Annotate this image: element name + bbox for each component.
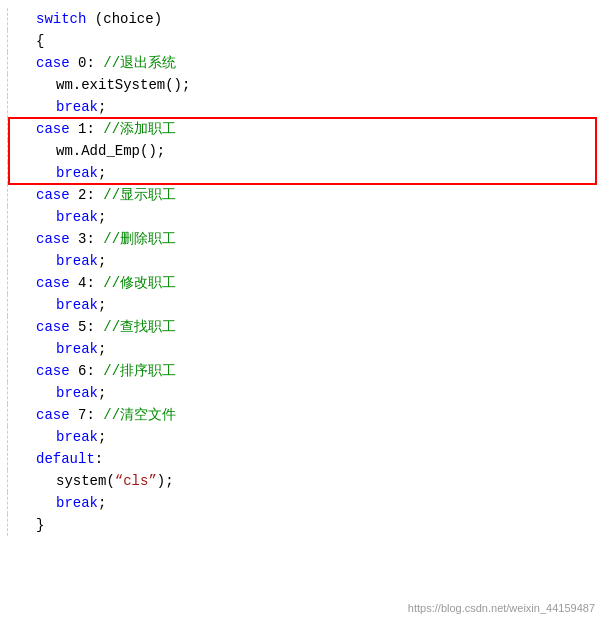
line-text: break; — [16, 206, 595, 228]
code-line: break; — [0, 162, 605, 184]
line-text: break; — [16, 250, 595, 272]
line-gutter — [0, 140, 8, 162]
code-line: case 0: //退出系统 — [0, 52, 605, 74]
line-gutter — [0, 96, 8, 118]
code-line: switch (choice) — [0, 8, 605, 30]
code-line: break; — [0, 294, 605, 316]
line-text: break; — [16, 492, 595, 514]
line-gutter — [0, 426, 8, 448]
code-line: system(“cls”); — [0, 470, 605, 492]
code-line: default: — [0, 448, 605, 470]
code-line: case 1: //添加职工 — [0, 118, 605, 140]
line-gutter — [0, 206, 8, 228]
code-line: case 3: //删除职工 — [0, 228, 605, 250]
code-line: { — [0, 30, 605, 52]
line-text: break; — [16, 294, 595, 316]
line-text: { — [16, 30, 595, 52]
code-line: case 4: //修改职工 — [0, 272, 605, 294]
line-gutter — [0, 8, 8, 30]
line-text: case 1: //添加职工 — [16, 118, 595, 140]
line-text: case 4: //修改职工 — [16, 272, 595, 294]
line-gutter — [0, 74, 8, 96]
line-gutter — [0, 162, 8, 184]
code-line: case 2: //显示职工 — [0, 184, 605, 206]
line-gutter — [0, 470, 8, 492]
line-text: break; — [16, 382, 595, 404]
code-line: } — [0, 514, 605, 536]
line-text: case 5: //查找职工 — [16, 316, 595, 338]
line-gutter — [0, 30, 8, 52]
line-text: break; — [16, 96, 595, 118]
line-gutter — [0, 382, 8, 404]
line-gutter — [0, 360, 8, 382]
line-gutter — [0, 228, 8, 250]
code-line: case 7: //清空文件 — [0, 404, 605, 426]
code-line: break; — [0, 250, 605, 272]
line-gutter — [0, 184, 8, 206]
line-gutter — [0, 294, 8, 316]
code-line: break; — [0, 382, 605, 404]
watermark: https://blog.csdn.net/weixin_44159487 — [408, 602, 595, 614]
code-line: break; — [0, 338, 605, 360]
line-text: default: — [16, 448, 595, 470]
line-text: break; — [16, 162, 595, 184]
line-gutter — [0, 404, 8, 426]
line-text: case 0: //退出系统 — [16, 52, 595, 74]
line-text: case 2: //显示职工 — [16, 184, 595, 206]
code-line: break; — [0, 426, 605, 448]
line-gutter — [0, 448, 8, 470]
line-gutter — [0, 338, 8, 360]
code-container: switch (choice){case 0: //退出系统wm.exitSys… — [0, 0, 605, 620]
line-gutter — [0, 250, 8, 272]
line-gutter — [0, 272, 8, 294]
line-gutter — [0, 492, 8, 514]
line-text: case 6: //排序职工 — [16, 360, 595, 382]
line-text: break; — [16, 426, 595, 448]
code-line: break; — [0, 206, 605, 228]
line-text: system(“cls”); — [16, 470, 595, 492]
code-line: break; — [0, 492, 605, 514]
line-text: case 7: //清空文件 — [16, 404, 595, 426]
line-gutter — [0, 514, 8, 536]
line-text: break; — [16, 338, 595, 360]
line-gutter — [0, 316, 8, 338]
code-line: case 6: //排序职工 — [0, 360, 605, 382]
code-line: wm.exitSystem(); — [0, 74, 605, 96]
line-text: wm.Add_Emp(); — [16, 140, 595, 162]
code-line: break; — [0, 96, 605, 118]
code-line: wm.Add_Emp(); — [0, 140, 605, 162]
line-text: case 3: //删除职工 — [16, 228, 595, 250]
line-text: switch (choice) — [16, 8, 595, 30]
line-text: } — [16, 514, 595, 536]
line-text: wm.exitSystem(); — [16, 74, 595, 96]
code-line: case 5: //查找职工 — [0, 316, 605, 338]
line-gutter — [0, 52, 8, 74]
line-gutter — [0, 118, 8, 140]
